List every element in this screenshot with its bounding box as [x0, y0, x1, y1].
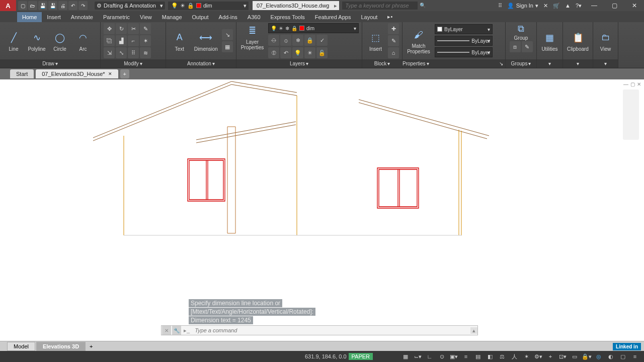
tab-home[interactable]: Home [17, 12, 42, 22]
ortho-icon[interactable]: ∟ [424, 352, 435, 361]
sign-in-button[interactable]: 👤 Sign In ▾ [507, 3, 538, 9]
tab-insert[interactable]: Insert [42, 12, 66, 22]
lock-ui-icon[interactable]: 🔒▾ [581, 352, 592, 361]
layout-tab-model[interactable]: Model [7, 342, 35, 351]
color-dropdown[interactable]: ByLayer [435, 24, 493, 34]
tab-annotate[interactable]: Annotate [66, 12, 98, 22]
open-icon[interactable]: 🗁 [28, 1, 37, 10]
panel-modify-title[interactable]: Modify [124, 61, 142, 66]
lineweight-toggle-icon[interactable]: ≡ [460, 352, 471, 361]
transparency-icon[interactable]: ▤ [472, 352, 484, 361]
tab-add-ins[interactable]: Add-ins [214, 12, 243, 22]
layout-tab-active[interactable]: Elevations 3D [36, 342, 86, 351]
isolate-objects-icon[interactable]: ◎ [593, 352, 604, 361]
clean-screen-icon[interactable]: ▢ [617, 352, 628, 361]
command-recent-icon[interactable]: 🔧 [172, 326, 181, 335]
block-edit-icon[interactable]: ✎ [388, 35, 399, 46]
snap-icon[interactable]: ⌙▾ [412, 352, 423, 361]
erase-icon[interactable]: ✎ [140, 23, 151, 34]
file-tab-start[interactable]: Start [10, 69, 34, 78]
utilities-button[interactable]: ▦Utilities [540, 30, 559, 52]
polar-icon[interactable]: ⊙ [436, 352, 447, 361]
annotation-scale-icon[interactable]: ⚖ [497, 352, 508, 361]
circle-tool[interactable]: ◯Circle [49, 30, 70, 52]
tab-a360[interactable]: A360 [243, 12, 266, 22]
command-line[interactable]: ✕ 🔧 ▸_ ▴ [161, 325, 478, 335]
app-logo[interactable]: A [0, 0, 16, 11]
drawing-canvas[interactable]: —▢✕ [0, 79, 644, 339]
saveas-icon[interactable]: 💾 [48, 1, 57, 10]
panel-layers-title[interactable]: Layers [290, 61, 308, 66]
group-button[interactable]: ⧉Group [511, 23, 531, 41]
layer-properties-button[interactable]: ≣ Layer Properties [239, 23, 265, 50]
explode-icon[interactable]: ✶ [140, 35, 151, 46]
layer-prev-icon[interactable]: ↶ [280, 47, 291, 58]
layer-off-icon[interactable]: ⦵ [268, 35, 279, 46]
panel-properties-title[interactable]: Properties [403, 61, 429, 66]
file-tab-active[interactable]: 07_Elevations3D_House* ✕ [36, 69, 118, 78]
selection-cycling-icon[interactable]: ◧ [485, 352, 496, 361]
fillet-icon[interactable]: ⌐ [128, 35, 139, 46]
workspace-dropdown[interactable]: Drafting & Annotation [95, 2, 165, 10]
cart-icon[interactable]: 🛒 [553, 3, 560, 9]
layer-make-current-icon[interactable]: ✓ [316, 35, 328, 46]
autodesk-account-icon[interactable]: ⠿ [498, 3, 502, 9]
lineweight-dropdown[interactable]: ByLayer [435, 36, 493, 46]
panel-clipboard-title[interactable]: ▾ [577, 61, 579, 66]
rotate-icon[interactable]: ↻ [116, 23, 127, 34]
layer-lock-icon[interactable]: 🔒 [304, 35, 315, 46]
tab-view[interactable]: View [135, 12, 157, 22]
layout-tab-add[interactable]: + [87, 343, 96, 349]
view-button[interactable]: 🗀View [596, 30, 615, 52]
space-toggle[interactable]: PAPER [349, 353, 373, 360]
tab-output[interactable]: Output [187, 12, 214, 22]
polyline-tool[interactable]: ∿Polyline [26, 30, 47, 52]
annotation-monitor-icon[interactable]: + [545, 352, 556, 361]
ungroup-icon[interactable]: ⧈ [510, 41, 521, 52]
tab-layout[interactable]: Layout [356, 12, 382, 22]
match-properties-button[interactable]: 🖌 Match Properties [406, 27, 432, 54]
quick-properties-icon[interactable]: ▭ [569, 352, 580, 361]
osnap-icon[interactable]: ▣▾ [448, 352, 459, 361]
close-button[interactable]: ✕ [627, 0, 642, 11]
grid-icon[interactable]: ▦ [400, 352, 411, 361]
block-create-icon[interactable]: ✚ [388, 23, 399, 34]
panel-block-title[interactable]: Block [374, 61, 390, 66]
group-edit-icon[interactable]: ✎ [522, 41, 533, 52]
clipboard-button[interactable]: 📋Clipboard [566, 30, 590, 52]
maximize-button[interactable]: ▢ [607, 0, 622, 11]
tab-express-tools[interactable]: Express Tools [266, 12, 310, 22]
array-icon[interactable]: ⠿ [128, 47, 139, 58]
mirror-icon[interactable]: ▟ [116, 35, 127, 46]
ribbon-play-icon[interactable]: ▸• [382, 12, 397, 22]
stretch-icon[interactable]: ⇲ [104, 47, 115, 58]
scale-icon[interactable]: ⤡ [116, 47, 127, 58]
arc-tool[interactable]: ◠Arc [72, 30, 94, 52]
file-tab-close-icon[interactable]: ✕ [108, 71, 112, 76]
panel-annotation-title[interactable]: Annotation [187, 61, 215, 66]
line-tool[interactable]: ╱Line [3, 30, 24, 52]
customize-icon[interactable]: ≡ [629, 352, 640, 361]
copy-icon[interactable]: ⿻ [104, 35, 115, 46]
panel-draw-title[interactable]: Draw [42, 61, 57, 66]
help-icon[interactable]: ?▾ [576, 3, 582, 9]
plot-icon[interactable]: 🖨 [58, 1, 67, 10]
help-search-input[interactable] [345, 3, 415, 9]
layer-thaw-icon[interactable]: ☀ [304, 47, 315, 58]
tab-parametric[interactable]: Parametric [98, 12, 135, 22]
dimension-tool[interactable]: ⟷Dimension [192, 30, 220, 52]
command-expand-icon[interactable]: ▴ [470, 327, 477, 334]
tab-featured-apps[interactable]: Featured Apps [310, 12, 356, 22]
workspace-switch-icon[interactable]: ⚙▾ [533, 352, 544, 361]
layer-on-icon[interactable]: 💡 [292, 47, 303, 58]
hardware-accel-icon[interactable]: ◐ [605, 352, 616, 361]
panel-view-title[interactable]: ▾ [604, 61, 607, 66]
units-icon[interactable]: ⊡▾ [557, 352, 568, 361]
panel-groups-title[interactable]: Groups [511, 61, 531, 66]
undo-icon[interactable]: ↶ [68, 1, 77, 10]
help-search[interactable] [342, 2, 418, 10]
block-attr-icon[interactable]: ⌂ [388, 47, 399, 58]
command-input[interactable] [192, 327, 470, 333]
layer-unlock-icon[interactable]: 🔓 [316, 47, 328, 58]
layer-freeze-icon[interactable]: ❄ [292, 35, 303, 46]
